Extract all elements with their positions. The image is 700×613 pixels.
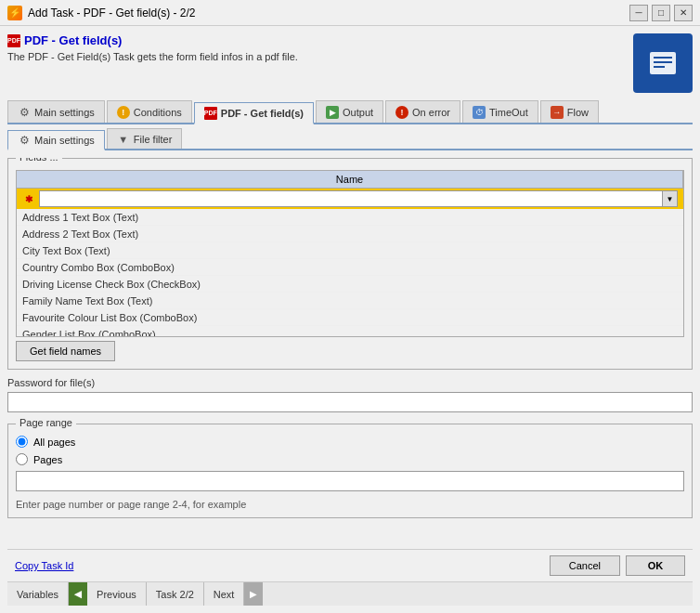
tab-output[interactable]: ▶ Output xyxy=(316,100,383,123)
all-pages-label: All pages xyxy=(33,437,75,448)
next-status-item[interactable]: Next xyxy=(204,582,245,606)
tab-conditions[interactable]: ! Conditions xyxy=(107,100,192,123)
content-area: Fields ... Name ✱ ▼ Address 1 Text Box (… xyxy=(7,158,693,549)
task-info-item: Task 2/2 xyxy=(147,582,204,606)
close-button[interactable]: ✕ xyxy=(674,5,693,21)
field-name-input[interactable] xyxy=(39,190,663,207)
sub-settings-icon: ⚙ xyxy=(18,134,31,147)
fields-group: Fields ... Name ✱ ▼ Address 1 Text Box (… xyxy=(7,158,693,370)
password-section: Password for file(s) xyxy=(7,377,693,412)
variables-label: Variables xyxy=(17,589,58,600)
title-bar: ⚡ Add Task - PDF - Get field(s) - 2/2 ─ … xyxy=(0,0,700,26)
tab-pdf-label: PDF - Get field(s) xyxy=(221,108,304,119)
dropdown-arrow[interactable]: ▼ xyxy=(663,190,678,207)
pages-radio-row[interactable]: Pages xyxy=(16,453,684,465)
tab-on-error-label: On error xyxy=(412,107,450,118)
tab-main-settings[interactable]: ⚙ Main settings xyxy=(7,100,105,123)
bottom-right-buttons: Cancel OK xyxy=(550,555,685,576)
main-window: PDF PDF - Get field(s) The PDF - Get Fie… xyxy=(0,26,700,613)
list-item[interactable]: Favourite Colour List Box (ComboBox) xyxy=(17,309,683,326)
tab-output-label: Output xyxy=(343,107,373,118)
table-header-name: Name xyxy=(17,171,683,188)
pdf-icon: PDF xyxy=(7,34,20,47)
list-item[interactable]: City Text Box (Text) xyxy=(17,242,683,259)
list-item[interactable]: Address 1 Text Box (Text) xyxy=(17,209,683,226)
output-icon: ▶ xyxy=(326,106,339,119)
timeout-icon: ⏱ xyxy=(473,106,486,119)
tab-on-error[interactable]: ! On error xyxy=(385,100,460,123)
page-range-input[interactable] xyxy=(16,471,684,491)
header-link-text: PDF - Get field(s) xyxy=(24,33,122,47)
sub-tab-file-filter[interactable]: ▼ File filter xyxy=(107,128,183,149)
tab-conditions-label: Conditions xyxy=(134,107,182,118)
conditions-icon: ! xyxy=(117,106,130,119)
get-field-names-button[interactable]: Get field names xyxy=(16,341,115,361)
bottom-bar: Copy Task Id Cancel OK xyxy=(7,549,693,581)
previous-status-item[interactable]: Previous xyxy=(87,582,147,606)
all-pages-radio-row[interactable]: All pages xyxy=(16,436,684,448)
cancel-button[interactable]: Cancel xyxy=(550,555,620,576)
error-icon: ! xyxy=(395,106,408,119)
list-item[interactable]: Gender List Box (ComboBox) xyxy=(17,326,683,337)
table-header: Name xyxy=(17,171,683,189)
settings-icon: ⚙ xyxy=(18,106,31,119)
asterisk-icon: ✱ xyxy=(22,192,35,205)
header-icon-area: PDF PDF - Get field(s) The PDF - Get Fie… xyxy=(7,33,633,62)
flow-icon: → xyxy=(551,106,564,119)
filter-icon: ▼ xyxy=(117,133,130,146)
list-item[interactable]: Country Combo Box (ComboBox) xyxy=(17,259,683,276)
sub-tab-file-filter-label: File filter xyxy=(134,134,173,145)
page-range-hint: Enter page number or page range 2-4, for… xyxy=(16,499,684,510)
next-arrow: ▶ xyxy=(244,582,263,606)
header-logo xyxy=(633,33,693,93)
list-item[interactable]: Driving License Check Box (CheckBox) xyxy=(17,276,683,293)
password-label: Password for file(s) xyxy=(7,377,693,388)
title-text: Add Task - PDF - Get field(s) - 2/2 xyxy=(28,7,629,20)
fields-table-container[interactable]: Name ✱ ▼ Address 1 Text Box (Text) Addre… xyxy=(16,170,684,337)
next-label: Next xyxy=(214,589,235,600)
page-range-group: Page range All pages Pages Enter page nu… xyxy=(7,424,693,518)
previous-label: Previous xyxy=(97,589,136,600)
pages-label: Pages xyxy=(33,454,62,465)
app-icon: ⚡ xyxy=(7,6,22,20)
password-input[interactable] xyxy=(7,392,693,412)
tab-flow-label: Flow xyxy=(567,107,589,118)
list-item[interactable]: Family Name Text Box (Text) xyxy=(17,293,683,309)
copy-task-id-link[interactable]: Copy Task Id xyxy=(15,560,73,571)
sub-tab-main-settings-label: Main settings xyxy=(34,135,95,146)
sub-tab-main-settings[interactable]: ⚙ Main settings xyxy=(7,130,105,150)
top-tab-bar: ⚙ Main settings ! Conditions PDF PDF - G… xyxy=(7,100,693,124)
variables-status-item[interactable]: Variables xyxy=(7,582,69,606)
page-range-label: Page range xyxy=(16,417,76,428)
status-bar: Variables ◀ Previous Task 2/2 Next ▶ xyxy=(7,581,693,606)
window-controls: ─ □ ✕ xyxy=(629,5,693,21)
tab-timeout[interactable]: ⏱ TimeOut xyxy=(462,100,538,123)
task-info-label: Task 2/2 xyxy=(156,589,194,600)
table-active-row[interactable]: ✱ ▼ xyxy=(17,189,683,209)
sub-tab-bar: ⚙ Main settings ▼ File filter xyxy=(7,128,693,150)
previous-arrow: ◀ xyxy=(69,582,87,606)
list-item[interactable]: Address 2 Text Box (Text) xyxy=(17,226,683,242)
header-section: PDF PDF - Get field(s) The PDF - Get Fie… xyxy=(7,33,693,93)
header-link[interactable]: PDF PDF - Get field(s) xyxy=(7,33,633,47)
fields-group-label: Fields ... xyxy=(16,158,62,163)
pages-radio[interactable] xyxy=(16,453,28,465)
header-description: The PDF - Get Field(s) Task gets the for… xyxy=(7,51,633,62)
all-pages-radio[interactable] xyxy=(16,436,28,448)
tab-main-settings-label: Main settings xyxy=(34,107,95,118)
minimize-button[interactable]: ─ xyxy=(629,5,648,21)
tab-pdf-get-fields[interactable]: PDF PDF - Get field(s) xyxy=(194,102,314,124)
maximize-button[interactable]: □ xyxy=(652,5,670,21)
tab-flow[interactable]: → Flow xyxy=(540,100,599,123)
pdf-tab-icon: PDF xyxy=(204,107,217,120)
tab-timeout-label: TimeOut xyxy=(489,107,528,118)
ok-button[interactable]: OK xyxy=(626,555,685,576)
